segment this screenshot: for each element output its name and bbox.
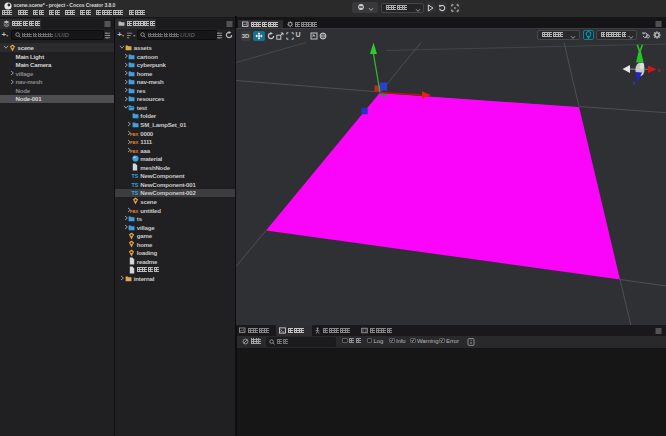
svg-text:FBX: FBX [130,208,139,213]
svg-text:TS: TS [132,173,139,179]
svg-text:z: z [633,80,636,86]
svg-text:FBX: FBX [130,140,139,145]
svg-text:FBX: FBX [130,148,139,153]
svg-text:FBX: FBX [130,131,139,136]
svg-text:TS: TS [132,190,139,196]
svg-text:TS: TS [132,182,139,188]
svg-text:x: x [658,66,661,72]
